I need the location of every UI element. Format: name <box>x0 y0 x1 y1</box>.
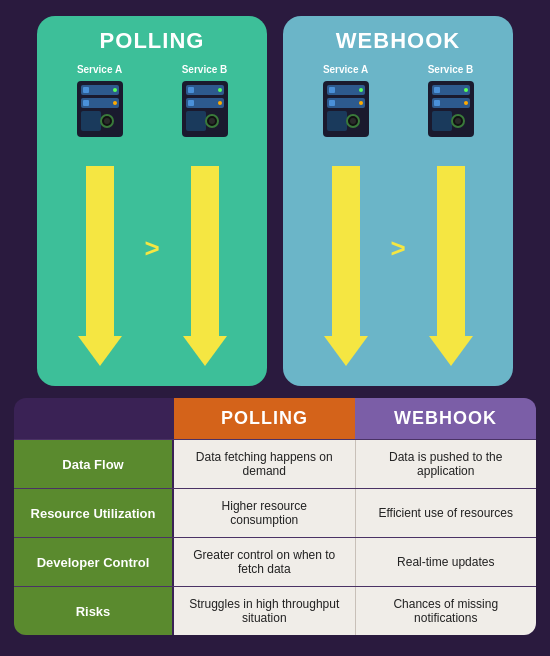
polling-diagram: POLLING Service A Service B <box>37 16 267 386</box>
webhook-arrow-left <box>324 166 368 366</box>
svg-point-19 <box>218 101 222 105</box>
polling-services-row: Service A Service B <box>47 64 257 139</box>
webhook-service-b: Service B <box>424 64 478 139</box>
row-polling-1: Higher resource consumption <box>174 489 356 537</box>
polling-arrow-shaft-left <box>86 166 114 336</box>
comparison-table-section: POLLING WEBHOOK Data Flow Data fetching … <box>14 398 536 635</box>
svg-rect-33 <box>432 111 452 131</box>
polling-arrow-right <box>183 166 227 366</box>
top-section: POLLING Service A Service B <box>0 0 550 398</box>
row-polling-0: Data fetching happens on demand <box>174 440 356 488</box>
table-header-empty <box>14 398 174 439</box>
webhook-arrow-shaft-right <box>437 166 465 336</box>
svg-point-25 <box>350 118 356 124</box>
svg-rect-7 <box>83 100 89 106</box>
table-header-webhook: WEBHOOK <box>355 398 536 439</box>
row-webhook-2: Real-time updates <box>356 538 537 586</box>
polling-arrow-head-right <box>183 336 227 366</box>
table-row: Risks Struggles in high throughput situa… <box>14 586 536 635</box>
table-header-row: POLLING WEBHOOK <box>14 398 536 439</box>
webhook-service-b-label: Service B <box>428 64 474 75</box>
svg-point-28 <box>359 88 363 92</box>
svg-point-38 <box>464 88 468 92</box>
polling-greater-sign: > <box>144 233 159 264</box>
table-row: Developer Control Greater control on whe… <box>14 537 536 586</box>
row-label-1: Resource Utilization <box>14 489 174 537</box>
svg-point-9 <box>113 101 117 105</box>
webhook-service-a: Service A <box>319 64 373 139</box>
polling-arrow-left <box>78 166 122 366</box>
svg-rect-16 <box>188 87 194 93</box>
polling-service-a-label: Service A <box>77 64 122 75</box>
polling-server-a-icon <box>73 79 127 139</box>
polling-arrows: > <box>47 157 257 374</box>
webhook-diagram: WEBHOOK Service A Service B <box>283 16 513 386</box>
svg-rect-6 <box>83 87 89 93</box>
webhook-arrow-head-right <box>429 336 473 366</box>
webhook-title: WEBHOOK <box>336 28 460 54</box>
svg-point-15 <box>209 118 215 124</box>
webhook-arrows: > <box>293 157 503 374</box>
svg-point-35 <box>455 118 461 124</box>
polling-arrow-head-left <box>78 336 122 366</box>
row-polling-2: Greater control on when to fetch data <box>174 538 356 586</box>
table-header-polling: POLLING <box>174 398 355 439</box>
row-webhook-3: Chances of missing notifications <box>356 587 537 635</box>
comparison-table: POLLING WEBHOOK Data Flow Data fetching … <box>14 398 536 635</box>
polling-arrow-shaft-right <box>191 166 219 336</box>
polling-title: POLLING <box>100 28 205 54</box>
polling-service-b: Service B <box>178 64 232 139</box>
webhook-greater-sign: > <box>390 233 405 264</box>
webhook-service-a-label: Service A <box>323 64 368 75</box>
svg-point-39 <box>464 101 468 105</box>
polling-service-a: Service A <box>73 64 127 139</box>
svg-rect-26 <box>329 87 335 93</box>
webhook-arrow-right <box>429 166 473 366</box>
row-webhook-0: Data is pushed to the application <box>356 440 537 488</box>
svg-rect-23 <box>327 111 347 131</box>
polling-server-b-icon <box>178 79 232 139</box>
svg-rect-3 <box>81 111 101 131</box>
table-row: Resource Utilization Higher resource con… <box>14 488 536 537</box>
svg-point-18 <box>218 88 222 92</box>
svg-point-29 <box>359 101 363 105</box>
polling-service-b-label: Service B <box>182 64 228 75</box>
row-label-3: Risks <box>14 587 174 635</box>
webhook-services-row: Service A Service B <box>293 64 503 139</box>
webhook-arrow-shaft-left <box>332 166 360 336</box>
svg-point-8 <box>113 88 117 92</box>
svg-rect-36 <box>434 87 440 93</box>
table-rows-container: Data Flow Data fetching happens on deman… <box>14 439 536 635</box>
webhook-server-b-icon <box>424 79 478 139</box>
svg-rect-17 <box>188 100 194 106</box>
row-polling-3: Struggles in high throughput situation <box>174 587 356 635</box>
svg-rect-13 <box>186 111 206 131</box>
table-row: Data Flow Data fetching happens on deman… <box>14 439 536 488</box>
row-webhook-1: Efficient use of resources <box>356 489 537 537</box>
svg-rect-37 <box>434 100 440 106</box>
webhook-server-a-icon <box>319 79 373 139</box>
row-label-0: Data Flow <box>14 440 174 488</box>
row-label-2: Developer Control <box>14 538 174 586</box>
svg-point-5 <box>104 118 110 124</box>
svg-rect-27 <box>329 100 335 106</box>
webhook-arrow-head-left <box>324 336 368 366</box>
